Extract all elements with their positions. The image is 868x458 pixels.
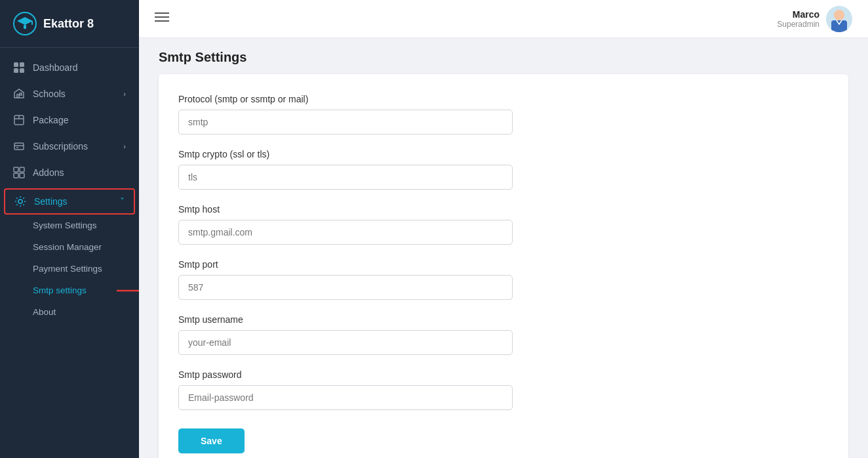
- sidebar-label-schools: Schools: [33, 89, 66, 99]
- username-group: Smtp username: [178, 314, 829, 355]
- user-profile-area: Marco Superadmin: [777, 6, 852, 32]
- sidebar-item-payment-settings[interactable]: Payment Settings: [0, 258, 139, 280]
- sidebar: Ekattor 8 Dashboard Schools ›: [0, 0, 139, 458]
- sidebar-item-package[interactable]: Package: [0, 107, 139, 133]
- main-content: Marco Superadmin Smtp Settings: [139, 0, 868, 458]
- svg-rect-19: [20, 173, 24, 178]
- password-label: Smtp password: [178, 369, 829, 380]
- svg-point-28: [834, 10, 844, 20]
- page-title: Smtp Settings: [159, 50, 848, 65]
- menu-toggle-button[interactable]: [155, 12, 169, 26]
- host-group: Smtp host: [178, 204, 829, 245]
- crypto-input[interactable]: [178, 165, 513, 190]
- port-input[interactable]: [178, 275, 513, 300]
- sidebar-label-subscriptions: Subscriptions: [33, 141, 88, 152]
- port-group: Smtp port: [178, 259, 829, 300]
- sidebar-item-system-settings[interactable]: System Settings: [0, 215, 139, 236]
- schools-arrow-icon: ›: [123, 90, 126, 98]
- svg-point-20: [18, 199, 22, 203]
- sidebar-label-dashboard: Dashboard: [33, 62, 78, 73]
- svg-rect-8: [17, 94, 19, 98]
- sidebar-label-settings: Settings: [34, 196, 68, 207]
- svg-rect-4: [14, 62, 18, 67]
- app-logo: Ekattor 8: [0, 0, 139, 48]
- active-indicator-arrow: [117, 284, 139, 297]
- sidebar-item-about[interactable]: About: [0, 301, 139, 323]
- svg-rect-6: [14, 68, 18, 73]
- svg-rect-2: [24, 25, 26, 29]
- protocol-group: Protocol (smtp or ssmtp or mail): [178, 94, 829, 135]
- settings-submenu: System Settings Session Manager Payment …: [0, 215, 139, 323]
- svg-rect-7: [20, 68, 24, 73]
- smtp-form-card: Protocol (smtp or ssmtp or mail) Smtp cr…: [159, 74, 848, 458]
- svg-rect-18: [14, 173, 18, 178]
- app-name: Ekattor 8: [43, 17, 94, 31]
- password-input[interactable]: [178, 385, 513, 410]
- sidebar-label-package: Package: [33, 115, 68, 125]
- svg-rect-16: [14, 167, 18, 172]
- svg-marker-1: [17, 17, 33, 25]
- sidebar-item-settings[interactable]: Settings ˅: [4, 188, 135, 215]
- svg-rect-17: [20, 167, 24, 172]
- host-label: Smtp host: [178, 204, 829, 215]
- username-label: Smtp username: [178, 314, 829, 325]
- subscriptions-arrow-icon: ›: [123, 142, 126, 150]
- crypto-group: Smtp crypto (ssl or tls): [178, 149, 829, 190]
- sidebar-item-dashboard[interactable]: Dashboard: [0, 54, 139, 81]
- crypto-label: Smtp crypto (ssl or tls): [178, 149, 829, 159]
- save-button[interactable]: Save: [178, 428, 245, 453]
- svg-rect-27: [831, 20, 847, 32]
- page-header: Smtp Settings: [139, 38, 868, 74]
- host-input[interactable]: [178, 220, 513, 245]
- svg-rect-3: [31, 21, 33, 25]
- page-content: Smtp Settings Protocol (smtp or ssmtp or…: [139, 38, 868, 458]
- settings-arrow-icon: ˅: [120, 196, 125, 207]
- svg-rect-9: [20, 93, 22, 95]
- sidebar-label-addons: Addons: [33, 167, 64, 178]
- protocol-input[interactable]: [178, 110, 513, 135]
- username-input[interactable]: [178, 330, 513, 355]
- sidebar-item-subscriptions[interactable]: Subscriptions ›: [0, 133, 139, 159]
- user-name: Marco: [777, 9, 819, 20]
- svg-rect-5: [20, 62, 24, 67]
- header: Marco Superadmin: [139, 0, 868, 38]
- port-label: Smtp port: [178, 259, 829, 270]
- sidebar-item-addons[interactable]: Addons: [0, 159, 139, 186]
- sidebar-item-schools[interactable]: Schools ›: [0, 81, 139, 107]
- avatar[interactable]: [826, 6, 852, 32]
- user-role: Superadmin: [777, 20, 819, 29]
- sidebar-item-session-manager[interactable]: Session Manager: [0, 236, 139, 258]
- svg-rect-13: [14, 143, 24, 150]
- password-group: Smtp password: [178, 369, 829, 410]
- protocol-label: Protocol (smtp or ssmtp or mail): [178, 94, 829, 104]
- sidebar-nav: Dashboard Schools › Package: [0, 48, 139, 332]
